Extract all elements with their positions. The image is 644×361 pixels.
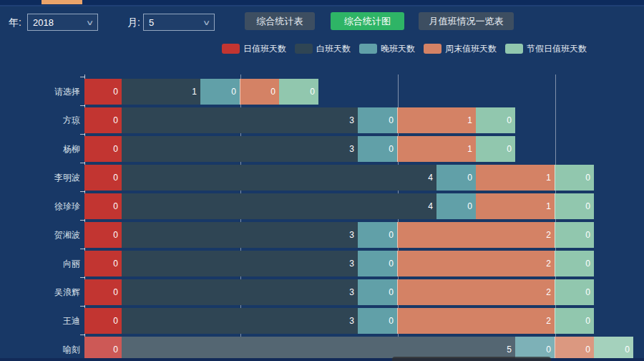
bar-row-李明波: 04010 [84,165,594,191]
bar-segment-日值班天数[interactable]: 0 [84,337,122,361]
bar-segment-节假日值班天数[interactable]: 0 [555,308,594,334]
bar-value-label: 3 [349,279,354,305]
tooltip-edge [392,357,551,361]
bar-segment-日值班天数[interactable]: 0 [84,107,122,133]
bar-segment-白班天数[interactable]: 3 [122,279,358,305]
bar-value-label: 0 [113,165,118,191]
bar-value-label: 0 [113,107,118,133]
bar-row-王迪: 03020 [84,308,594,334]
bar-segment-节假日值班天数[interactable]: 0 [279,79,318,105]
bar-segment-周末值班天数[interactable]: 0 [555,337,594,361]
bar-value-label: 1 [467,107,472,133]
bar-segment-晚班天数[interactable]: 0 [436,165,476,191]
bar-value-label: 2 [546,222,551,248]
bar-segment-节假日值班天数[interactable]: 0 [555,165,594,191]
y-axis-category-label: 向丽 [0,251,80,276]
bar-segment-周末值班天数[interactable]: 2 [397,279,555,305]
bar-value-label: 0 [625,337,630,361]
bar-value-label: 1 [467,136,472,162]
bar-value-label: 0 [585,222,590,248]
bar-segment-白班天数[interactable]: 3 [122,308,358,334]
bar-segment-周末值班天数[interactable]: 1 [476,193,555,219]
bar-value-label: 0 [507,107,512,133]
bar-value-label: 3 [349,308,354,334]
y-axis-category-label: 杨柳 [0,136,80,162]
y-axis-category-label: 方琼 [0,107,80,133]
bar-value-label: 4 [428,193,433,219]
bar-segment-日值班天数[interactable]: 0 [84,308,122,334]
bar-segment-节假日值班天数[interactable]: 0 [476,136,515,162]
bar-segment-节假日值班天数[interactable]: 0 [476,107,515,133]
bar-row-吴浪辉: 03020 [84,279,594,305]
bar-segment-晚班天数[interactable]: 0 [436,193,476,219]
bar-value-label: 0 [310,79,315,105]
bar-row-方琼: 03010 [84,107,515,133]
bar-value-label: 2 [546,251,551,276]
bar-segment-日值班天数[interactable]: 0 [84,251,122,276]
bar-segment-日值班天数[interactable]: 0 [84,165,122,191]
bar-segment-白班天数[interactable]: 4 [122,165,436,191]
bar-value-label: 3 [349,107,354,133]
bar-row-喻刻: 05000 [84,337,633,361]
bar-value-label: 0 [113,79,118,105]
bar-segment-晚班天数[interactable]: 0 [200,79,240,105]
y-axis-category-label: 喻刻 [0,337,80,361]
bar-segment-晚班天数[interactable]: 0 [358,222,397,248]
bar-value-label: 0 [113,193,118,219]
bar-value-label: 0 [389,251,394,276]
chart-rows-layer: 请选择01000方琼03010杨柳03010李明波04010徐珍珍04010贺湘… [0,0,644,361]
y-axis-category-label: 吴浪辉 [0,279,80,305]
bar-value-label: 1 [546,165,551,191]
bar-segment-晚班天数[interactable]: 0 [358,308,397,334]
y-axis-category-label: 贺湘波 [0,222,80,248]
bar-segment-节假日值班天数[interactable]: 0 [555,222,594,248]
bar-segment-节假日值班天数[interactable]: 0 [555,193,594,219]
bar-segment-节假日值班天数[interactable]: 0 [594,337,633,361]
y-axis-category-label: 徐珍珍 [0,193,80,219]
bar-value-label: 0 [467,165,472,191]
bar-segment-日值班天数[interactable]: 0 [84,79,122,105]
bar-value-label: 0 [585,279,590,305]
bar-value-label: 0 [389,222,394,248]
y-axis-category-label: 李明波 [0,165,80,191]
bar-value-label: 0 [389,279,394,305]
bar-value-label: 1 [546,193,551,219]
bar-segment-白班天数[interactable]: 3 [122,136,358,162]
bar-value-label: 1 [192,79,197,105]
bar-segment-晚班天数[interactable]: 0 [358,136,397,162]
bar-segment-晚班天数[interactable]: 0 [358,251,397,276]
bar-segment-周末值班天数[interactable]: 2 [397,251,555,276]
bar-segment-节假日值班天数[interactable]: 0 [555,251,594,276]
bar-value-label: 0 [231,79,236,105]
bar-value-label: 0 [507,136,512,162]
bar-value-label: 0 [585,308,590,334]
bar-segment-晚班天数[interactable]: 0 [358,107,397,133]
bar-segment-白班天数[interactable]: 3 [122,251,358,276]
bar-segment-白班天数[interactable]: 1 [122,79,200,105]
bar-value-label: 0 [467,193,472,219]
bar-value-label: 4 [428,165,433,191]
bar-row-贺湘波: 03020 [84,222,594,248]
bar-segment-晚班天数[interactable]: 0 [358,279,397,305]
bar-segment-白班天数[interactable]: 4 [122,193,436,219]
bar-row-徐珍珍: 04010 [84,193,594,219]
bar-row-向丽: 03020 [84,251,594,276]
bar-segment-周末值班天数[interactable]: 1 [397,107,476,133]
bar-segment-日值班天数[interactable]: 0 [84,136,122,162]
bar-segment-白班天数[interactable]: 3 [122,107,358,133]
bar-segment-日值班天数[interactable]: 0 [84,222,122,248]
bar-segment-日值班天数[interactable]: 0 [84,193,122,219]
bar-segment-周末值班天数[interactable]: 1 [397,136,476,162]
bar-value-label: 2 [546,308,551,334]
app-screen: 年: 2018 ∨ 月: 5 ∨ 综合统计表 综合统计图 月值班情况一览表 日值… [0,0,644,361]
bar-segment-日值班天数[interactable]: 0 [84,279,122,305]
bar-segment-周末值班天数[interactable]: 2 [397,222,555,248]
y-axis-category-label: 王迪 [0,308,80,334]
bar-segment-节假日值班天数[interactable]: 0 [555,279,594,305]
bar-value-label: 0 [585,193,590,219]
bar-segment-周末值班天数[interactable]: 2 [397,308,555,334]
bar-value-label: 0 [113,222,118,248]
bar-segment-周末值班天数[interactable]: 1 [476,165,555,191]
bar-segment-周末值班天数[interactable]: 0 [240,79,279,105]
bar-segment-白班天数[interactable]: 3 [122,222,358,248]
